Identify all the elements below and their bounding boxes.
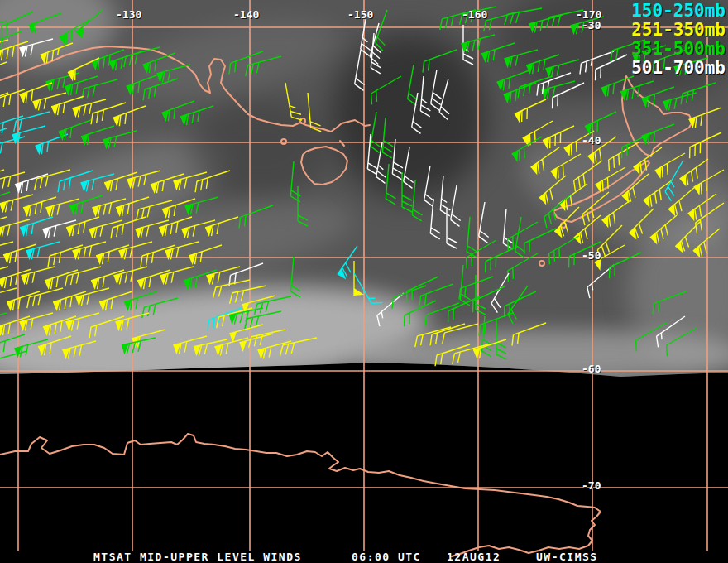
wind-barb bbox=[497, 70, 534, 92]
wind-barb bbox=[570, 161, 608, 191]
wind-barb bbox=[88, 103, 128, 124]
wind-barb bbox=[194, 339, 230, 356]
caption-title: MTSAT MID-UPPER LEVEL WINDS bbox=[93, 551, 302, 563]
wind-barb bbox=[366, 76, 406, 104]
wind-barb bbox=[115, 313, 151, 331]
wind-barb bbox=[509, 323, 549, 346]
wind-barb bbox=[55, 171, 95, 192]
wind-barb bbox=[298, 186, 308, 226]
wind-barb bbox=[226, 263, 266, 286]
wind-barb bbox=[189, 245, 225, 265]
wind-barb bbox=[376, 142, 392, 183]
wind-barb bbox=[36, 134, 72, 156]
wind-barb bbox=[500, 291, 540, 317]
wind-barb bbox=[512, 137, 547, 162]
wind-barb bbox=[285, 81, 302, 122]
caption-credit: UW-CIMSS bbox=[536, 551, 598, 563]
wind-barb bbox=[290, 257, 304, 297]
small-island bbox=[539, 261, 544, 266]
wind-barb bbox=[113, 106, 150, 128]
small-island bbox=[281, 139, 286, 144]
wind-barb bbox=[422, 303, 462, 326]
wind-barb bbox=[649, 291, 690, 315]
wind-barb bbox=[693, 229, 726, 258]
wind-barb bbox=[236, 205, 276, 229]
wind-barb bbox=[605, 253, 645, 278]
longitude-label: -140 bbox=[233, 9, 259, 20]
wind-barb bbox=[554, 207, 586, 238]
latitude-label: -30 bbox=[582, 20, 601, 31]
wind-barb bbox=[3, 244, 40, 264]
wind-barb bbox=[650, 215, 683, 245]
wind-barb bbox=[678, 83, 718, 104]
wind-barb bbox=[140, 79, 180, 100]
wind-barb bbox=[228, 286, 268, 304]
wind-barb bbox=[420, 76, 433, 117]
wind-barb bbox=[140, 298, 180, 318]
caption-time: 06:00 UTC bbox=[352, 551, 421, 563]
wind-barb bbox=[680, 159, 714, 187]
wind-barb bbox=[0, 351, 30, 371]
caption-date: 12AUG12 bbox=[447, 551, 500, 563]
wind-barb bbox=[515, 76, 555, 98]
wind-barb bbox=[25, 288, 65, 308]
wind-barb bbox=[503, 8, 544, 25]
wind-barb bbox=[407, 65, 424, 105]
wind-barb bbox=[19, 39, 55, 57]
wind-barb bbox=[151, 174, 187, 194]
wind-barb bbox=[290, 161, 304, 202]
wind-barb bbox=[631, 323, 671, 351]
satellite-wind-map: -130-140-150-160-170-30-40-50-60-70 150-… bbox=[0, 0, 728, 563]
latitude-label: -70 bbox=[582, 480, 601, 491]
wind-barb bbox=[602, 200, 636, 229]
wind-barb bbox=[675, 222, 706, 253]
wind-barb bbox=[412, 180, 425, 221]
coastline-flinders-island bbox=[340, 141, 344, 146]
wind-barb bbox=[252, 296, 293, 315]
wind-barb bbox=[354, 50, 371, 90]
wind-barb bbox=[424, 166, 440, 206]
wind-barb bbox=[460, 265, 473, 306]
wind-barb bbox=[103, 131, 139, 149]
wind-barb bbox=[86, 316, 127, 338]
latitude-label: -60 bbox=[582, 363, 601, 374]
wind-barb bbox=[515, 217, 531, 257]
wind-barb bbox=[402, 277, 443, 302]
legend-item-green: 351-500mb bbox=[631, 40, 726, 59]
wind-barb bbox=[662, 328, 702, 356]
wind-barb bbox=[63, 267, 103, 286]
legend-item-yellow: 251-350mb bbox=[631, 21, 726, 40]
wind-barb bbox=[180, 106, 217, 126]
wind-barb bbox=[68, 58, 103, 82]
wind-barb bbox=[382, 118, 395, 158]
wind-barb bbox=[620, 81, 657, 101]
wind-barb bbox=[503, 222, 543, 250]
wind-barb bbox=[526, 55, 563, 75]
wind-barb bbox=[143, 53, 180, 75]
wind-barb bbox=[596, 167, 630, 193]
wind-barb bbox=[173, 336, 209, 354]
map-overlay bbox=[0, 0, 728, 563]
wind-barb bbox=[89, 220, 125, 238]
legend-item-cyan: 150-250mb bbox=[631, 2, 726, 21]
latitude-label: -50 bbox=[582, 250, 601, 261]
wind-barb bbox=[427, 324, 467, 345]
wind-barb bbox=[367, 134, 381, 175]
wind-barb bbox=[504, 50, 540, 68]
caption-bar: MTSAT MID-UPPER LEVEL WINDS 06:00 UTC 12… bbox=[0, 550, 728, 563]
wind-barb bbox=[481, 43, 518, 63]
wind-barb bbox=[243, 56, 284, 76]
wind-barb bbox=[419, 50, 460, 73]
wind-barb bbox=[515, 99, 550, 123]
wind-barb bbox=[12, 112, 52, 132]
wind-barb bbox=[478, 202, 495, 243]
coastline-nz-south-island bbox=[553, 161, 649, 222]
wind-barb bbox=[59, 120, 95, 142]
wind-barb bbox=[543, 126, 578, 150]
wind-barb bbox=[450, 185, 467, 226]
wind-barb bbox=[354, 261, 364, 296]
wind-barb bbox=[338, 246, 366, 280]
wind-barb bbox=[685, 132, 726, 158]
longitude-label: -130 bbox=[116, 9, 141, 20]
wind-barb bbox=[0, 170, 7, 190]
